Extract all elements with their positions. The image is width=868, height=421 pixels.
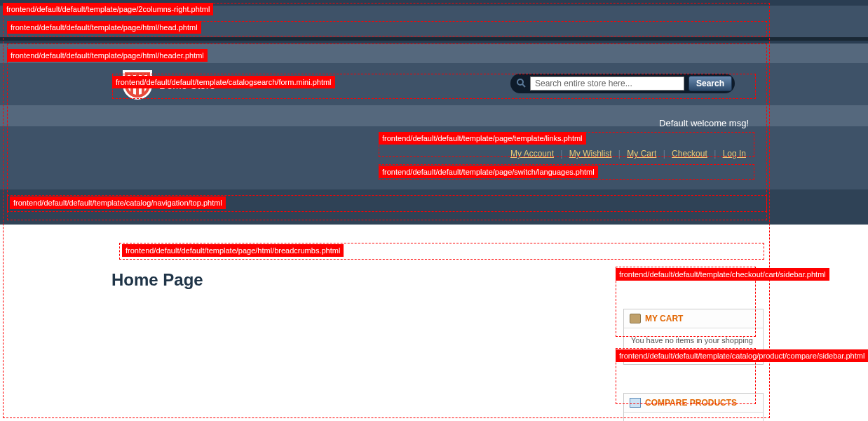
cart-title-text: MY CART [645, 314, 683, 323]
separator: | [618, 149, 621, 159]
svg-point-0 [517, 79, 523, 85]
link-my-cart[interactable]: My Cart [627, 149, 656, 159]
compare-sidebar-block: COMPARE PRODUCTS You have no items to co… [623, 393, 764, 421]
welcome-message: Default welcome msg! [659, 118, 749, 128]
compare-block-title: COMPARE PRODUCTS [624, 394, 763, 413]
hint-compare-sidebar: frontend/default/default/template/catalo… [616, 349, 868, 362]
search-button[interactable]: Search [689, 76, 732, 91]
header: Demo Store Search Default welcome msg! M… [0, 0, 868, 225]
search-input[interactable] [530, 76, 684, 91]
hint-breadcrumbs: frontend/default/default/template/page/h… [122, 244, 344, 257]
compare-title-text: COMPARE PRODUCTS [645, 398, 737, 408]
hint-layout: frontend/default/default/template/page/2… [3, 3, 213, 15]
link-checkout[interactable]: Checkout [672, 149, 707, 159]
right-sidebar: MY CART You have no items in your shoppi… [623, 309, 764, 421]
separator: | [714, 149, 716, 159]
link-my-wishlist[interactable]: My Wishlist [569, 149, 612, 159]
separator: | [663, 149, 665, 159]
search-icon [516, 78, 526, 90]
link-login[interactable]: Log In [723, 149, 746, 159]
hint-head: frontend/default/default/template/page/h… [7, 21, 201, 34]
compare-block-content: You have no items to compare. [624, 413, 763, 421]
cart-icon [630, 314, 641, 323]
hint-search: frontend/default/default/template/catalo… [112, 76, 335, 88]
search-form: Search [510, 74, 735, 93]
hint-header: frontend/default/default/template/page/h… [7, 49, 208, 62]
link-my-account[interactable]: My Account [510, 149, 554, 159]
svg-line-1 [522, 84, 525, 87]
hint-cart-sidebar: frontend/default/default/template/checko… [616, 268, 829, 281]
separator: | [560, 149, 562, 159]
top-links: My Account | My Wishlist | My Cart | Che… [508, 149, 749, 159]
hint-languages: frontend/default/default/template/page/s… [379, 166, 598, 178]
compare-icon [630, 398, 641, 408]
page-root: frontend/default/default/template/page/2… [0, 0, 868, 421]
cart-block-title: MY CART [624, 309, 763, 328]
hint-links: frontend/default/default/template/page/t… [379, 132, 586, 145]
hint-topnav: frontend/default/default/template/catalo… [10, 196, 226, 209]
